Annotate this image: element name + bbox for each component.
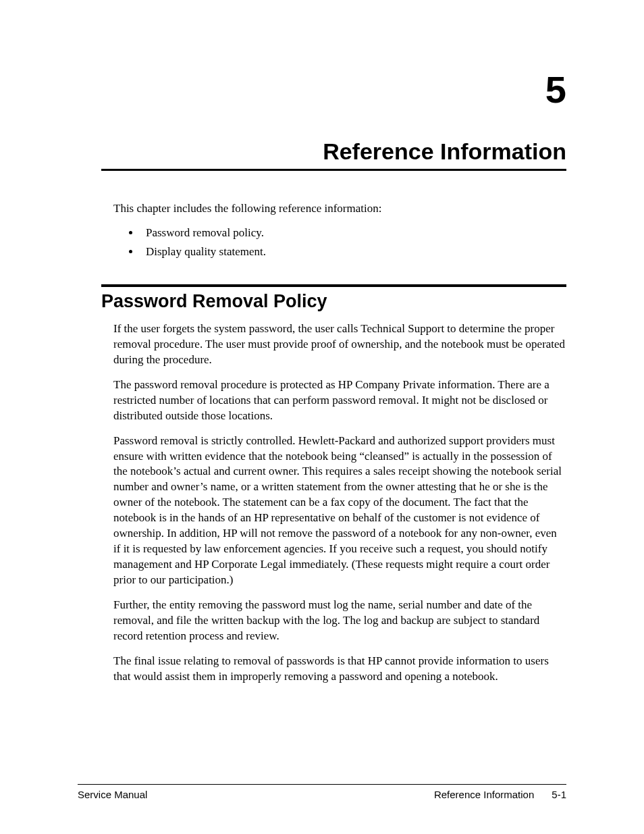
body-paragraph: The final issue relating to removal of p… [113,654,566,685]
footer-page-number: 5-1 [552,789,566,800]
body-paragraph: Password removal is strictly controlled.… [113,434,566,588]
intro-bullet-list: Password removal policy. Display quality… [113,226,566,264]
chapter-title: Reference Information [101,138,566,169]
footer-center: Reference Information [434,789,534,800]
footer-left: Service Manual [78,789,147,800]
body-paragraph: Further, the entity removing the passwor… [113,598,566,644]
list-item: Password removal policy. [140,226,566,240]
page-footer: Service Manual Reference Information 5-1 [78,784,566,800]
body-paragraph: If the user forgets the system password,… [113,321,566,368]
footer-row: Service Manual Reference Information 5-1 [78,789,566,800]
list-item: Display quality statement. [140,245,566,259]
section-heading: Password Removal Policy [101,291,566,312]
intro-text: This chapter includes the following refe… [113,201,566,217]
chapter-number: 5 [101,68,566,111]
body-paragraph: The password removal procedure is protec… [113,377,566,424]
document-page: 5 Reference Information This chapter inc… [0,0,644,834]
title-rule [101,169,566,171]
footer-rule [78,784,566,785]
section-rule [101,284,566,287]
